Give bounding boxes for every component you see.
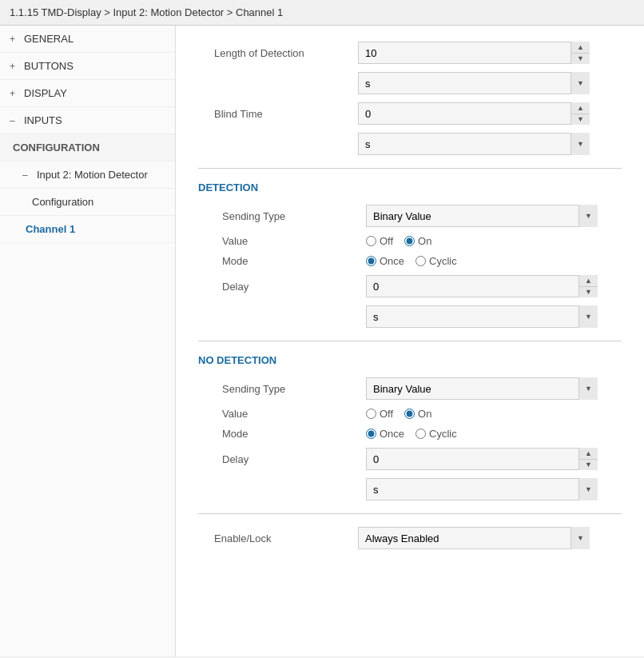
sidebar-item-input2[interactable]: – Input 2: Motion Detector xyxy=(0,162,175,189)
blind-time-spin-up[interactable]: ▲ xyxy=(571,102,590,114)
detection-value-on-radio[interactable] xyxy=(404,236,415,246)
length-of-detection-spin-up[interactable]: ▲ xyxy=(571,42,590,54)
sidebar-item-configuration[interactable]: CONFIGURATION xyxy=(0,134,175,162)
blind-time-input-wrap: ▲ ▼ xyxy=(358,102,590,125)
detection-delay-unit-select[interactable]: s xyxy=(366,305,598,328)
no-detection-sending-type-select[interactable]: Binary Value xyxy=(366,377,598,400)
blind-time-label: Blind Time xyxy=(198,108,358,120)
detection-delay-input[interactable] xyxy=(366,275,598,297)
no-detection-delay-input-wrap: ▲ ▼ xyxy=(366,448,598,470)
blind-unit-select-wrap: s ▼ xyxy=(358,133,590,155)
no-detection-value-off-radio[interactable] xyxy=(366,409,376,419)
sidebar-item-general[interactable]: + GENERAL xyxy=(0,26,175,53)
divider-3 xyxy=(198,513,622,514)
blind-time-row: Blind Time ▲ ▼ xyxy=(198,102,622,125)
detection-sending-type-select[interactable]: Binary Value xyxy=(366,205,598,227)
sidebar-label-inputs: INPUTS xyxy=(24,114,62,126)
no-detection-delay-input[interactable] xyxy=(366,448,598,470)
no-detection-mode-cyclic[interactable]: Cyclic xyxy=(415,428,457,440)
main-layout: + GENERAL + BUTTONS + DISPLAY – INPUTS C… xyxy=(0,26,644,656)
sidebar-label-buttons: BUTTONS xyxy=(24,60,74,72)
detection-mode-once-radio[interactable] xyxy=(366,256,376,266)
title-bar: 1.1.15 TMD-Display > Input 2: Motion Det… xyxy=(0,0,644,26)
detection-value-on[interactable]: On xyxy=(404,235,431,247)
sidebar-label-channel1: Channel 1 xyxy=(26,223,75,235)
sidebar-item-display[interactable]: + DISPLAY xyxy=(0,80,175,107)
length-of-detection-input-wrap: ▲ ▼ xyxy=(358,42,590,64)
blind-time-spinners: ▲ ▼ xyxy=(570,102,590,125)
no-detection-mode-label: Mode xyxy=(206,428,366,440)
sidebar-item-config[interactable]: Configuration xyxy=(0,189,175,216)
divider-2 xyxy=(198,341,622,341)
length-unit-select[interactable]: s xyxy=(358,72,590,94)
detection-mode-cyclic[interactable]: Cyclic xyxy=(415,255,457,267)
no-detection-sending-type-select-wrap: Binary Value ▼ xyxy=(366,377,598,400)
no-detection-delay-spin-down[interactable]: ▼ xyxy=(579,460,598,471)
length-unit-select-wrap: s ▼ xyxy=(358,72,590,94)
no-detection-delay-unit-wrap: s ▼ xyxy=(366,478,598,500)
no-detection-value-row: Value Off On xyxy=(198,408,622,420)
enable-lock-row: Enable/Lock Always Enabled ▼ xyxy=(198,527,622,549)
detection-delay-unit-wrap: s ▼ xyxy=(366,305,598,328)
detection-delay-spin-up[interactable]: ▲ xyxy=(579,275,598,287)
sidebar-label-general: GENERAL xyxy=(24,33,74,45)
no-detection-value-off[interactable]: Off xyxy=(366,408,393,420)
no-detection-mode-radio-group: Once Cyclic xyxy=(366,428,457,440)
length-of-detection-row: Length of Detection ▲ ▼ xyxy=(198,42,622,64)
detection-value-off[interactable]: Off xyxy=(366,235,393,247)
expand-icon-inputs: – xyxy=(10,115,19,126)
blind-time-unit-row: s ▼ xyxy=(198,133,622,155)
length-of-detection-spin-down[interactable]: ▼ xyxy=(571,54,590,65)
no-detection-sending-type-label: Sending Type xyxy=(206,383,366,395)
sidebar: + GENERAL + BUTTONS + DISPLAY – INPUTS C… xyxy=(0,26,176,656)
no-detection-value-on[interactable]: On xyxy=(404,408,431,420)
main-content: Length of Detection ▲ ▼ s ▼ xyxy=(176,26,644,656)
no-detection-delay-unit-select[interactable]: s xyxy=(366,478,598,500)
detection-sending-type-row: Sending Type Binary Value ▼ xyxy=(198,205,622,227)
detection-mode-radio-group: Once Cyclic xyxy=(366,255,457,267)
detection-delay-spin-down[interactable]: ▼ xyxy=(579,287,598,298)
no-detection-mode-once-radio[interactable] xyxy=(366,429,376,439)
detection-delay-spinners: ▲ ▼ xyxy=(578,275,598,297)
detection-mode-once[interactable]: Once xyxy=(366,255,404,267)
blind-unit-select[interactable]: s xyxy=(358,133,590,155)
detection-delay-unit-row: s ▼ xyxy=(198,305,622,328)
no-detection-delay-spin-up[interactable]: ▲ xyxy=(579,448,598,460)
sidebar-item-channel1[interactable]: Channel 1 xyxy=(0,216,175,243)
detection-delay-input-wrap: ▲ ▼ xyxy=(366,275,598,297)
length-of-detection-control: ▲ ▼ xyxy=(358,42,622,64)
no-detection-delay-label: Delay xyxy=(206,453,366,465)
blind-time-spin-down[interactable]: ▼ xyxy=(571,114,590,126)
length-of-detection-input[interactable] xyxy=(358,42,590,64)
expand-icon-display: + xyxy=(10,88,19,99)
detection-delay-row: Delay ▲ ▼ xyxy=(198,275,622,297)
detection-delay-label: Delay xyxy=(206,281,366,293)
detection-mode-row: Mode Once Cyclic xyxy=(198,255,622,267)
enable-lock-select[interactable]: Always Enabled xyxy=(358,527,590,549)
sidebar-label-display: DISPLAY xyxy=(24,87,67,99)
detection-mode-label: Mode xyxy=(206,255,366,267)
detection-value-label: Value xyxy=(206,235,366,247)
detection-value-off-radio[interactable] xyxy=(366,236,376,246)
no-detection-delay-spinners: ▲ ▼ xyxy=(578,448,598,470)
no-detection-section-title: NO DETECTION xyxy=(198,354,622,366)
length-of-detection-unit-row: s ▼ xyxy=(198,72,622,94)
no-detection-mode-cyclic-radio[interactable] xyxy=(415,429,426,439)
no-detection-sending-type-row: Sending Type Binary Value ▼ xyxy=(198,377,622,400)
expand-icon-buttons: + xyxy=(10,61,19,72)
length-of-detection-spinners: ▲ ▼ xyxy=(570,42,590,64)
no-detection-value-label: Value xyxy=(206,408,366,420)
sidebar-item-buttons[interactable]: + BUTTONS xyxy=(0,53,175,80)
no-detection-delay-unit-row: s ▼ xyxy=(198,478,622,500)
blind-time-input[interactable] xyxy=(358,102,590,125)
detection-sending-type-select-wrap: Binary Value ▼ xyxy=(366,205,598,227)
no-detection-value-on-radio[interactable] xyxy=(404,409,415,419)
detection-mode-cyclic-radio[interactable] xyxy=(415,256,426,266)
divider-1 xyxy=(198,168,622,169)
sidebar-label-configuration: CONFIGURATION xyxy=(13,142,100,154)
no-detection-mode-once[interactable]: Once xyxy=(366,428,404,440)
detection-value-radio-group: Off On xyxy=(366,235,431,247)
expand-icon-input2: – xyxy=(22,169,32,181)
sidebar-label-config: Configuration xyxy=(32,196,93,208)
sidebar-item-inputs[interactable]: – INPUTS xyxy=(0,107,175,134)
